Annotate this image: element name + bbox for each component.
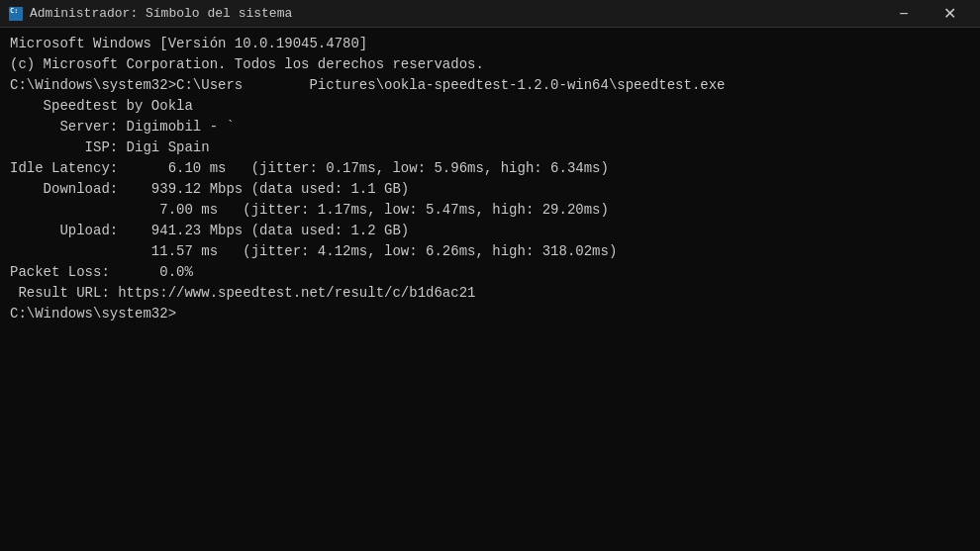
output-line-14: 11.57 ms (jitter: 4.12ms, low: 6.26ms, h… [10, 241, 970, 262]
minimize-button[interactable]: − [881, 0, 927, 28]
output-line-9: ISP: Digi Spain [10, 138, 970, 158]
output-line-15: Packet Loss: 0.0% [10, 262, 970, 283]
output-line-8: Server: Digimobil - ` [10, 117, 970, 138]
output-line-12: 7.00 ms (jitter: 1.17ms, low: 5.47ms, hi… [10, 200, 970, 221]
window-title: Administrador: Símbolo del sistema [30, 6, 292, 21]
output-line-16: Result URL: https://www.speedtest.net/re… [10, 283, 970, 304]
output-line-1: Microsoft Windows [Versión 10.0.19045.47… [10, 34, 970, 54]
cmd-icon [8, 6, 24, 22]
title-bar: Administrador: Símbolo del sistema − ✕ [0, 0, 980, 28]
close-button[interactable]: ✕ [927, 0, 972, 28]
output-line-18[interactable]: C:\Windows\system32> [10, 304, 970, 324]
output-line-6: Speedtest by Ookla [10, 96, 970, 117]
title-bar-left: Administrador: Símbolo del sistema [8, 6, 292, 22]
output-line-11: Download: 939.12 Mbps (data used: 1.1 GB… [10, 179, 970, 200]
output-line-10: Idle Latency: 6.10 ms (jitter: 0.17ms, l… [10, 158, 970, 179]
output-line-2: (c) Microsoft Corporation. Todos los der… [10, 54, 970, 75]
output-line-4: C:\Windows\system32>C:\Users Pictures\oo… [10, 75, 970, 96]
title-bar-controls: − ✕ [881, 0, 972, 28]
output-line-13: Upload: 941.23 Mbps (data used: 1.2 GB) [10, 221, 970, 241]
terminal-body: Microsoft Windows [Versión 10.0.19045.47… [0, 28, 980, 551]
